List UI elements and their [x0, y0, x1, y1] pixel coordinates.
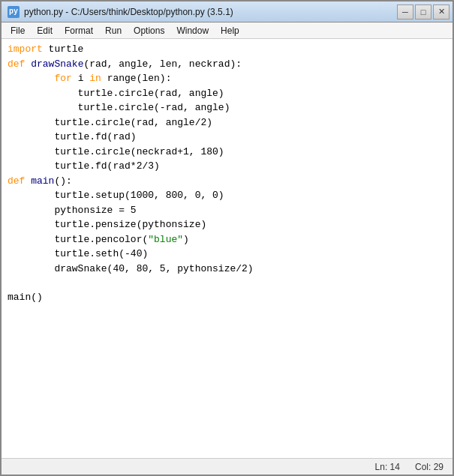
- code-line: turtle.circle(neckrad+1, 180): [8, 145, 446, 160]
- menu-bar: File Edit Format Run Options Window Help: [2, 22, 452, 39]
- code-line: turtle.circle(rad, angle/2): [8, 115, 446, 130]
- code-line: turtle.pencolor("blue"): [8, 232, 446, 247]
- code-line: turtle.fd(rad*2/3): [8, 159, 446, 174]
- code-line: turtle.pensize(pythonsize): [8, 217, 446, 232]
- minimize-button[interactable]: ─: [397, 4, 413, 19]
- code-line: turtle.fd(rad): [8, 130, 446, 145]
- menu-window[interactable]: Window: [170, 22, 215, 38]
- editor-area: import turtledef drawSnake(rad, angle, l…: [2, 39, 452, 458]
- menu-options[interactable]: Options: [128, 22, 170, 38]
- close-button[interactable]: ✕: [433, 4, 449, 19]
- code-line: def main():: [8, 174, 446, 189]
- menu-run[interactable]: Run: [99, 22, 128, 38]
- col-number: Col: 29: [415, 462, 443, 472]
- menu-help[interactable]: Help: [215, 22, 245, 38]
- menu-file[interactable]: File: [5, 22, 31, 38]
- title-bar: py python.py - C:/Users/think/Desktop/py…: [2, 1, 452, 22]
- code-editor[interactable]: import turtledef drawSnake(rad, angle, l…: [2, 39, 452, 458]
- menu-format[interactable]: Format: [59, 22, 99, 38]
- maximize-button[interactable]: □: [415, 4, 431, 19]
- code-line: for i in range(len):: [8, 71, 446, 86]
- code-line: import turtle: [8, 42, 446, 57]
- app-icon: py: [8, 6, 20, 18]
- code-line: main(): [8, 290, 446, 305]
- menu-edit[interactable]: Edit: [31, 22, 59, 38]
- code-line: turtle.seth(-40): [8, 247, 446, 262]
- title-bar-left: py python.py - C:/Users/think/Desktop/py…: [8, 6, 233, 18]
- code-line: turtle.circle(rad, angle): [8, 86, 446, 101]
- code-line: turtle.circle(-rad, angle): [8, 100, 446, 115]
- code-line: [8, 276, 446, 290]
- line-number: Ln: 14: [375, 462, 400, 472]
- main-window: py python.py - C:/Users/think/Desktop/py…: [0, 0, 454, 476]
- window-title: python.py - C:/Users/think/Desktop/pytho…: [24, 7, 233, 17]
- code-line: drawSnake(40, 80, 5, pythonsize/2): [8, 262, 446, 277]
- title-buttons: ─ □ ✕: [397, 4, 449, 19]
- code-line: turtle.setup(1000, 800, 0, 0): [8, 188, 446, 203]
- code-line: def drawSnake(rad, angle, len, neckrad):: [8, 57, 446, 72]
- code-line: pythonsize = 5: [8, 203, 446, 218]
- status-bar: Ln: 14 Col: 29: [2, 458, 452, 475]
